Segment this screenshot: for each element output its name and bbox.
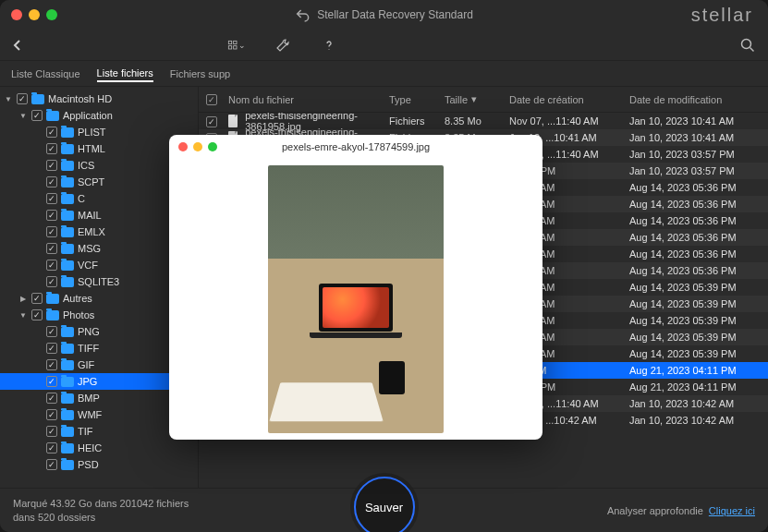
folder-icon <box>61 161 74 171</box>
tree-item[interactable]: HTML <box>0 140 198 157</box>
back-button[interactable] <box>11 39 24 52</box>
tree-item[interactable]: GIF <box>0 357 198 373</box>
checkbox[interactable] <box>46 326 57 337</box>
view-grid-icon[interactable]: ⌄ <box>227 36 246 54</box>
checkbox[interactable] <box>46 442 57 453</box>
checkbox[interactable] <box>46 226 57 237</box>
svg-rect-3 <box>234 45 237 48</box>
save-button[interactable]: Sauver <box>354 477 415 532</box>
brand-logo: stellar <box>691 5 753 26</box>
checkbox[interactable] <box>46 426 57 437</box>
preview-titlebar: pexels-emre-akyol-17874599.jpg <box>169 135 542 159</box>
tree-label: ICS <box>78 160 94 171</box>
folder-icon <box>61 144 74 154</box>
folder-icon <box>61 410 74 420</box>
checkbox[interactable] <box>46 393 57 404</box>
checkbox[interactable] <box>31 110 43 121</box>
preview-window[interactable]: pexels-emre-akyol-17874599.jpg <box>169 135 542 440</box>
tree-label: Macintosh HD <box>48 93 112 104</box>
checkbox[interactable] <box>46 343 57 354</box>
tree-item[interactable]: TIF <box>0 423 198 440</box>
traffic-lights <box>11 9 57 20</box>
checkbox[interactable] <box>31 293 43 304</box>
tree-item[interactable]: EMLX <box>0 224 198 240</box>
select-all-checkbox[interactable] <box>206 94 217 105</box>
tree-item[interactable]: MAIL <box>0 207 198 224</box>
folder-icon <box>46 310 59 320</box>
tab-deleted-files[interactable]: Fichiers supp <box>170 66 230 81</box>
tree-label: HTML <box>78 143 105 154</box>
checkbox[interactable] <box>46 459 57 470</box>
checkbox[interactable] <box>206 116 217 127</box>
folder-icon <box>61 177 74 187</box>
checkbox[interactable] <box>46 127 57 138</box>
search-icon[interactable] <box>738 36 757 54</box>
checkbox[interactable] <box>46 210 57 221</box>
tree-label: VCF <box>78 260 98 271</box>
deep-scan-link[interactable]: Cliquez ici <box>709 505 755 516</box>
checkbox[interactable] <box>46 160 57 171</box>
tree-item[interactable]: PSD <box>0 456 198 473</box>
col-size[interactable]: Taille ▾ <box>445 93 509 105</box>
checkbox[interactable] <box>46 409 57 420</box>
tree-item[interactable]: C <box>0 190 198 207</box>
tree-item[interactable]: MSG <box>0 240 198 257</box>
folder-icon <box>61 127 74 138</box>
tab-classic-list[interactable]: Liste Classique <box>11 66 80 81</box>
undo-icon[interactable] <box>295 7 310 22</box>
tree-item[interactable]: TIFF <box>0 340 198 357</box>
tree-item[interactable]: WMF <box>0 406 198 423</box>
checkbox[interactable] <box>46 376 57 387</box>
folder-icon <box>61 377 74 387</box>
tree-item[interactable]: BMP <box>0 390 198 406</box>
tree-item[interactable]: PNG <box>0 323 198 340</box>
svg-rect-2 <box>228 45 231 48</box>
tree-item[interactable]: ▼Application <box>0 107 198 124</box>
checkbox[interactable] <box>17 93 28 104</box>
tab-file-list[interactable]: Liste fichiers <box>97 66 153 82</box>
tree-item[interactable]: SCPT <box>0 174 198 190</box>
tree-label: SQLITE3 <box>78 276 119 287</box>
fullscreen-icon[interactable] <box>208 142 217 151</box>
minimize-icon[interactable] <box>29 9 40 20</box>
folder-icon <box>61 393 74 404</box>
close-icon[interactable] <box>11 9 22 20</box>
tree-item[interactable]: ▶Autres <box>0 290 198 307</box>
tools-icon[interactable] <box>274 36 292 54</box>
tree-label: TIFF <box>78 343 99 354</box>
svg-rect-1 <box>234 41 237 43</box>
checkbox[interactable] <box>31 309 43 320</box>
tree-label: WMF <box>78 409 102 420</box>
tree-label: MSG <box>78 243 101 254</box>
help-icon[interactable] <box>320 36 338 54</box>
fullscreen-icon[interactable] <box>46 9 57 20</box>
tree-label: PNG <box>78 326 100 337</box>
tree-label: Photos <box>63 309 94 320</box>
tree-item[interactable]: PLIST <box>0 124 198 140</box>
checkbox[interactable] <box>46 176 57 187</box>
checkbox[interactable] <box>46 193 57 204</box>
col-created[interactable]: Date de création <box>509 94 629 105</box>
tree-item[interactable]: HEIC <box>0 440 198 456</box>
checkbox[interactable] <box>46 260 57 271</box>
tree-item[interactable]: VCF <box>0 257 198 273</box>
checkbox[interactable] <box>46 359 57 370</box>
tree-item[interactable]: JPG <box>0 373 198 390</box>
minimize-icon[interactable] <box>193 142 202 151</box>
tree-item[interactable]: ▼Macintosh HD <box>0 91 198 107</box>
folder-icon <box>46 294 59 304</box>
tree-item[interactable]: SQLITE3 <box>0 273 198 290</box>
folder-icon <box>61 427 74 437</box>
svg-rect-0 <box>228 41 231 43</box>
tree-item[interactable]: ▼Photos <box>0 307 198 323</box>
col-type[interactable]: Type <box>389 94 445 105</box>
tree-item[interactable]: ICS <box>0 157 198 174</box>
folder-icon <box>61 211 74 221</box>
window-title: Stellar Data Recovery Standard <box>295 7 473 22</box>
close-icon[interactable] <box>178 142 188 151</box>
col-modified[interactable]: Date de modification <box>629 94 768 105</box>
checkbox[interactable] <box>46 143 57 154</box>
checkbox[interactable] <box>46 276 57 287</box>
checkbox[interactable] <box>46 243 57 254</box>
col-filename[interactable]: Nom du fichier <box>225 94 389 105</box>
